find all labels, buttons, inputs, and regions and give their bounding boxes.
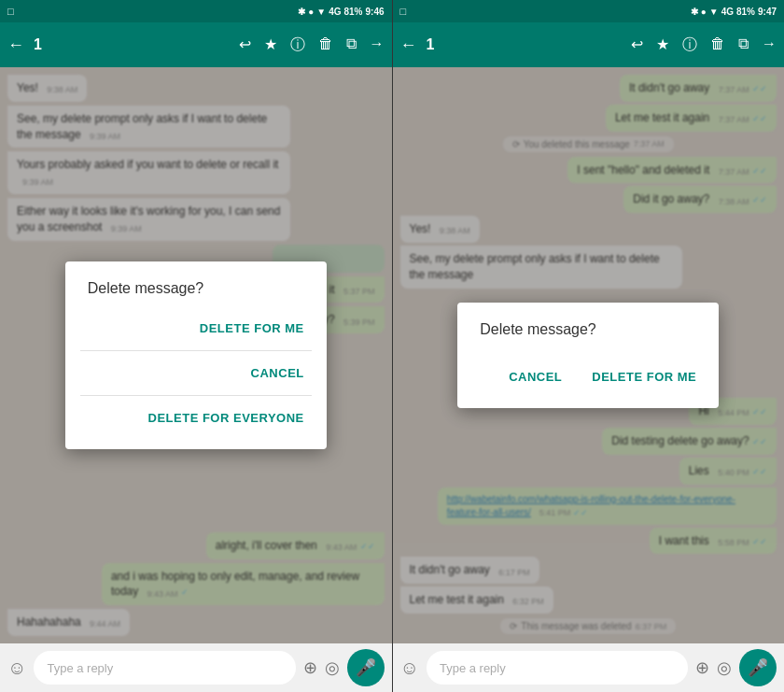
status-right: ✱ ● ▼ 4G 81% 9:46 xyxy=(298,7,384,17)
input-bar-right: ☺ Type a reply ⊕ ◎ 🎤 xyxy=(393,643,785,692)
time-label: 9:46 xyxy=(365,7,384,17)
delete-icon[interactable]: 🗑 xyxy=(318,35,333,55)
mic-icon-right: 🎤 xyxy=(748,657,768,678)
mic-button[interactable]: 🎤 xyxy=(347,649,385,686)
dialog-buttons-left: DELETE FOR ME CANCEL DELETE FOR EVERYONE xyxy=(65,312,327,442)
delete-for-me-button-right[interactable]: DELETE FOR ME xyxy=(584,360,704,393)
back-button-left[interactable]: ← xyxy=(7,35,24,55)
delete-for-everyone-button[interactable]: DELETE FOR EVERYONE xyxy=(141,402,312,434)
star-icon-right[interactable]: ★ xyxy=(656,35,669,55)
headset-icon-right: ● xyxy=(701,7,707,17)
copy-icon-right[interactable]: ⧉ xyxy=(738,35,749,55)
signal-icon: ▼ xyxy=(316,7,326,17)
back-button-right[interactable]: ← xyxy=(400,35,417,55)
selected-count-left: 1 xyxy=(34,36,42,53)
bluetooth-icon: ✱ xyxy=(298,7,305,17)
sim-icon: □ xyxy=(7,6,14,17)
cancel-button-right[interactable]: CANCEL xyxy=(501,360,569,393)
attachment-icon-right[interactable]: ⊕ xyxy=(695,657,709,678)
forward-icon[interactable]: → xyxy=(370,35,385,55)
app-header-left: ← 1 ↩ ★ ⓘ 🗑 ⧉ → xyxy=(0,22,392,67)
app-header-right: ← 1 ↩ ★ ⓘ 🗑 ⧉ → xyxy=(393,22,785,67)
info-icon-right[interactable]: ⓘ xyxy=(682,35,697,55)
copy-icon[interactable]: ⧉ xyxy=(346,35,357,55)
reply-icon[interactable]: ↩ xyxy=(239,35,251,55)
status-left-right: □ xyxy=(400,6,407,17)
reply-icon-right[interactable]: ↩ xyxy=(631,35,643,55)
status-bar-left: □ ✱ ● ▼ 4G 81% 9:46 xyxy=(0,0,392,22)
dialog-overlay-right: Delete message? CANCEL DELETE FOR ME xyxy=(393,67,785,643)
delete-for-me-button[interactable]: DELETE FOR ME xyxy=(192,312,312,345)
cancel-button-left[interactable]: CANCEL xyxy=(244,357,312,389)
info-icon[interactable]: ⓘ xyxy=(290,35,305,55)
network-label: 4G xyxy=(329,7,341,17)
battery-label-right: 81% xyxy=(736,7,755,17)
reply-input-left[interactable]: Type a reply xyxy=(34,651,295,685)
headset-icon: ● xyxy=(308,7,314,17)
input-placeholder-left: Type a reply xyxy=(47,661,113,675)
star-icon[interactable]: ★ xyxy=(264,35,277,55)
right-panel: □ ✱ ● ▼ 4G 81% 9:47 ← 1 ↩ ★ ⓘ 🗑 ⧉ → xyxy=(393,0,785,692)
attachment-icon[interactable]: ⊕ xyxy=(303,657,317,678)
status-right-right: ✱ ● ▼ 4G 81% 9:47 xyxy=(691,7,777,17)
signal-icon-right: ▼ xyxy=(709,7,719,17)
battery-label: 81% xyxy=(343,7,362,17)
dialog-buttons-right: CANCEL DELETE FOR ME xyxy=(457,353,719,401)
left-panel: □ ✱ ● ▼ 4G 81% 9:46 ← 1 ↩ ★ ⓘ 🗑 ⧉ → xyxy=(0,0,392,692)
delete-icon-right[interactable]: 🗑 xyxy=(710,35,725,55)
camera-icon[interactable]: ◎ xyxy=(325,657,340,678)
dialog-overlay-left: Delete message? DELETE FOR ME CANCEL DEL… xyxy=(0,67,392,643)
camera-icon-right[interactable]: ◎ xyxy=(717,657,732,678)
network-label-right: 4G xyxy=(721,7,734,17)
header-icons-left: ↩ ★ ⓘ 🗑 ⧉ → xyxy=(239,35,385,55)
bluetooth-icon-right: ✱ xyxy=(691,7,698,17)
dialog-title-left: Delete message? xyxy=(65,280,327,312)
input-placeholder-right: Type a reply xyxy=(440,661,506,675)
status-bar-right: □ ✱ ● ▼ 4G 81% 9:47 xyxy=(393,0,785,22)
delete-dialog-right: Delete message? CANCEL DELETE FOR ME xyxy=(457,303,719,408)
status-left: □ xyxy=(7,6,14,17)
delete-dialog-left: Delete message? DELETE FOR ME CANCEL DEL… xyxy=(65,261,327,449)
reply-input-right[interactable]: Type a reply xyxy=(427,651,688,685)
emoji-icon[interactable]: ☺ xyxy=(7,657,26,679)
forward-icon-right[interactable]: → xyxy=(762,35,777,55)
sim-icon-right: □ xyxy=(400,6,407,17)
emoji-icon-right[interactable]: ☺ xyxy=(400,657,419,679)
dialog-title-right: Delete message? xyxy=(457,321,719,353)
header-icons-right: ↩ ★ ⓘ 🗑 ⧉ → xyxy=(631,35,777,55)
mic-button-right[interactable]: 🎤 xyxy=(739,649,777,686)
time-label-right: 9:47 xyxy=(758,7,777,17)
selected-count-right: 1 xyxy=(427,36,435,53)
input-bar-left: ☺ Type a reply ⊕ ◎ 🎤 xyxy=(0,643,392,692)
mic-icon: 🎤 xyxy=(356,657,376,678)
